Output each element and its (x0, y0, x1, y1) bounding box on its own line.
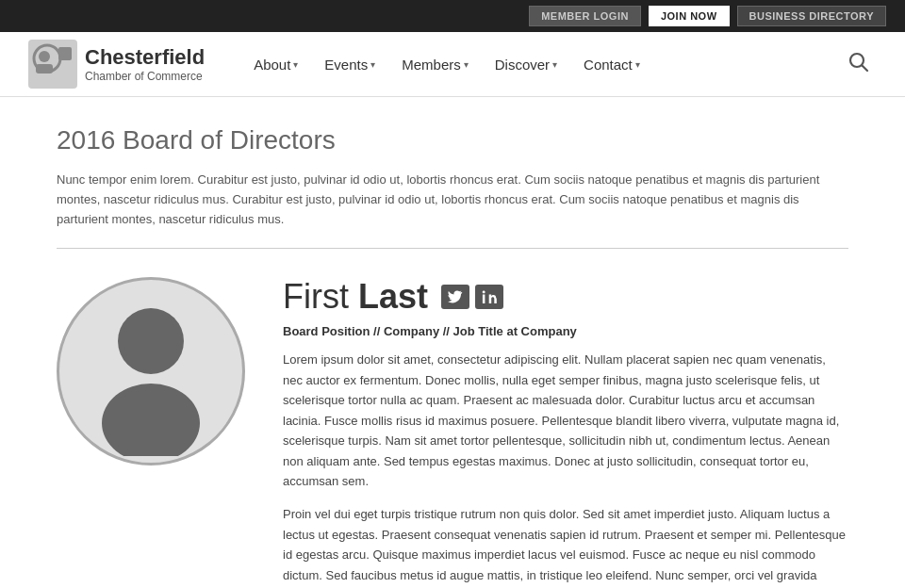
header: Chesterfield Chamber of Commerce About ▾… (0, 32, 905, 97)
svg-rect-9 (75, 409, 92, 456)
linkedin-icon[interactable] (475, 285, 503, 309)
divider (57, 248, 848, 249)
svg-rect-4 (58, 47, 72, 60)
last-name-bold: Last (358, 277, 428, 316)
bio-paragraph-2: Proin vel dui eget turpis tristique rutr… (283, 504, 848, 588)
profile-name: First Last (283, 277, 428, 317)
search-icon (848, 52, 869, 73)
intro-text: Nunc tempor enim lorem. Curabitur est ju… (57, 171, 848, 229)
chevron-down-icon: ▾ (464, 59, 469, 70)
chevron-down-icon: ▾ (370, 59, 375, 70)
logo-text: Chesterfield Chamber of Commerce (85, 45, 205, 84)
join-now-button[interactable]: JOIN NOW (649, 6, 730, 26)
svg-line-6 (863, 65, 868, 71)
svg-rect-3 (36, 64, 53, 74)
nav-about[interactable]: About ▾ (242, 49, 309, 80)
profile-position: Board Position // Company // Job Title a… (283, 324, 848, 338)
chevron-down-icon: ▾ (635, 59, 640, 70)
name-row: First Last (283, 277, 848, 317)
logo[interactable]: Chesterfield Chamber of Commerce (28, 40, 205, 89)
main-nav: About ▾ Events ▾ Members ▾ Discover ▾ Co… (242, 49, 841, 80)
page-title: 2016 Board of Directors (57, 125, 848, 155)
member-login-button[interactable]: MEMBER LOGIN (529, 6, 641, 26)
avatar-container (57, 277, 255, 466)
top-bar: MEMBER LOGIN JOIN NOW BUSINESS DIRECTORY (0, 0, 905, 32)
nav-events[interactable]: Events ▾ (313, 49, 387, 80)
svg-point-8 (102, 384, 200, 456)
profile-bio: Lorem ipsum dolor sit amet, consectetur … (283, 350, 848, 588)
svg-rect-10 (209, 409, 226, 456)
nav-members[interactable]: Members ▾ (390, 49, 480, 80)
first-name: First (283, 277, 349, 316)
avatar (57, 277, 245, 466)
search-button[interactable] (841, 48, 877, 81)
profile-info: First Last Board Posit (283, 277, 848, 588)
svg-point-7 (118, 308, 184, 374)
chevron-down-icon: ▾ (293, 59, 298, 70)
twitter-icon[interactable] (441, 285, 469, 309)
chevron-down-icon: ▾ (552, 59, 557, 70)
social-icons (441, 285, 503, 309)
nav-contact[interactable]: Contact ▾ (572, 49, 651, 80)
logo-sub: Chamber of Commerce (85, 70, 205, 83)
svg-point-2 (39, 51, 50, 62)
bio-paragraph-1: Lorem ipsum dolor sit amet, consectetur … (283, 350, 848, 491)
business-directory-button[interactable]: BUSINESS DIRECTORY (737, 6, 886, 26)
main-content: 2016 Board of Directors Nunc tempor enim… (28, 97, 877, 588)
person-silhouette (75, 286, 226, 456)
profile-section: First Last Board Posit (57, 277, 848, 588)
logo-icon (28, 40, 77, 89)
nav-discover[interactable]: Discover ▾ (484, 49, 568, 80)
logo-name: Chesterfield (85, 45, 205, 70)
